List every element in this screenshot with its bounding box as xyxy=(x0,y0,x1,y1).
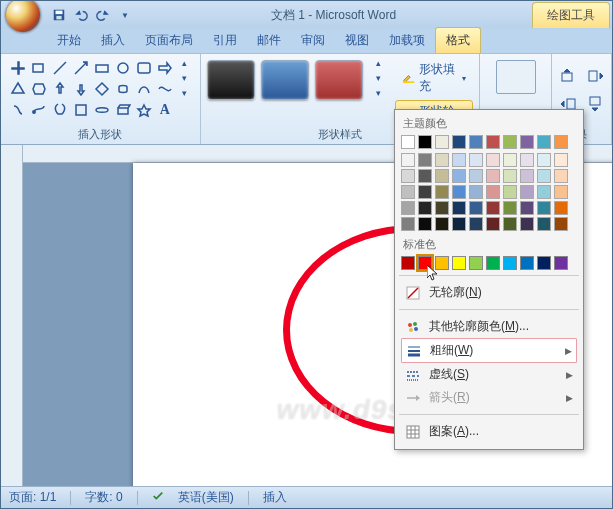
color-swatch[interactable] xyxy=(537,153,551,167)
color-swatch[interactable] xyxy=(435,217,449,231)
color-swatch[interactable] xyxy=(418,217,432,231)
shape-fill-button[interactable]: 形状填充▾ xyxy=(395,58,473,98)
color-swatch[interactable] xyxy=(469,201,483,215)
color-swatch[interactable] xyxy=(554,135,568,149)
color-swatch[interactable] xyxy=(503,217,517,231)
color-swatch[interactable] xyxy=(469,256,483,270)
color-swatch[interactable] xyxy=(469,169,483,183)
tab-format[interactable]: 格式 xyxy=(435,27,481,53)
spellcheck-icon[interactable] xyxy=(152,490,164,505)
tab-home[interactable]: 开始 xyxy=(47,28,91,53)
color-swatch[interactable] xyxy=(435,153,449,167)
status-language[interactable]: 英语(美国) xyxy=(178,489,234,506)
weight-item[interactable]: 粗细(W)▶ xyxy=(401,338,577,363)
color-swatch[interactable] xyxy=(401,135,415,149)
color-swatch[interactable] xyxy=(469,153,483,167)
status-words[interactable]: 字数: 0 xyxy=(85,489,122,506)
status-mode[interactable]: 插入 xyxy=(263,489,287,506)
color-swatch[interactable] xyxy=(401,217,415,231)
color-swatch[interactable] xyxy=(435,201,449,215)
tab-addins[interactable]: 加载项 xyxy=(379,28,435,53)
nudge-up-icon[interactable] xyxy=(556,64,580,88)
color-swatch[interactable] xyxy=(435,185,449,199)
color-swatch[interactable] xyxy=(537,256,551,270)
shadow-gallery[interactable] xyxy=(496,60,536,94)
color-swatch[interactable] xyxy=(554,185,568,199)
color-swatch[interactable] xyxy=(452,201,466,215)
color-swatch[interactable] xyxy=(537,201,551,215)
color-swatch[interactable] xyxy=(418,135,432,149)
tab-review[interactable]: 审阅 xyxy=(291,28,335,53)
color-swatch[interactable] xyxy=(520,185,534,199)
color-swatch[interactable] xyxy=(554,217,568,231)
color-swatch[interactable] xyxy=(503,153,517,167)
color-swatch[interactable] xyxy=(418,153,432,167)
style-swatch-red[interactable] xyxy=(315,60,363,100)
color-swatch[interactable] xyxy=(452,169,466,183)
save-icon[interactable] xyxy=(49,5,69,25)
color-swatch[interactable] xyxy=(452,135,466,149)
color-swatch[interactable] xyxy=(486,169,500,183)
vertical-ruler[interactable] xyxy=(1,145,23,486)
status-page[interactable]: 页面: 1/1 xyxy=(9,489,56,506)
gallery-scroll[interactable]: ▴▾▾ xyxy=(177,58,193,120)
tab-references[interactable]: 引用 xyxy=(203,28,247,53)
color-swatch[interactable] xyxy=(418,201,432,215)
color-swatch[interactable] xyxy=(520,217,534,231)
style-gallery[interactable]: ▴▾▾ xyxy=(207,58,387,102)
color-swatch[interactable] xyxy=(554,153,568,167)
color-swatch[interactable] xyxy=(401,153,415,167)
color-swatch[interactable] xyxy=(401,185,415,199)
color-swatch[interactable] xyxy=(452,256,466,270)
pattern-item[interactable]: 图案(A)... xyxy=(401,420,577,443)
tab-insert[interactable]: 插入 xyxy=(91,28,135,53)
color-swatch[interactable] xyxy=(486,201,500,215)
color-swatch[interactable] xyxy=(503,256,517,270)
color-swatch[interactable] xyxy=(401,256,415,270)
color-swatch[interactable] xyxy=(503,201,517,215)
no-outline-item[interactable]: 无轮廓(N) xyxy=(401,281,577,304)
tab-view[interactable]: 视图 xyxy=(335,28,379,53)
color-swatch[interactable] xyxy=(537,217,551,231)
color-swatch[interactable] xyxy=(520,201,534,215)
color-swatch[interactable] xyxy=(486,153,500,167)
redo-icon[interactable] xyxy=(93,5,113,25)
nudge-down-icon[interactable] xyxy=(584,92,608,116)
tab-layout[interactable]: 页面布局 xyxy=(135,28,203,53)
color-swatch[interactable] xyxy=(452,153,466,167)
color-swatch[interactable] xyxy=(418,169,432,183)
color-swatch[interactable] xyxy=(486,256,500,270)
color-swatch[interactable] xyxy=(486,217,500,231)
qat-dropdown-icon[interactable]: ▼ xyxy=(115,5,135,25)
color-swatch[interactable] xyxy=(435,256,449,270)
color-swatch[interactable] xyxy=(537,185,551,199)
color-swatch[interactable] xyxy=(486,135,500,149)
color-swatch[interactable] xyxy=(418,185,432,199)
color-swatch[interactable] xyxy=(401,201,415,215)
color-swatch[interactable] xyxy=(469,217,483,231)
more-colors-item[interactable]: 其他轮廓颜色(M)... xyxy=(401,315,577,338)
tab-mailings[interactable]: 邮件 xyxy=(247,28,291,53)
color-swatch[interactable] xyxy=(452,217,466,231)
color-swatch[interactable] xyxy=(520,135,534,149)
color-swatch[interactable] xyxy=(503,185,517,199)
color-swatch[interactable] xyxy=(469,135,483,149)
undo-icon[interactable] xyxy=(71,5,91,25)
color-swatch[interactable] xyxy=(469,185,483,199)
style-swatch-blue[interactable] xyxy=(261,60,309,100)
color-swatch[interactable] xyxy=(435,169,449,183)
style-swatch-black[interactable] xyxy=(207,60,255,100)
nudge-right-icon[interactable] xyxy=(584,64,608,88)
color-swatch[interactable] xyxy=(401,169,415,183)
color-swatch[interactable] xyxy=(503,169,517,183)
color-swatch[interactable] xyxy=(554,201,568,215)
context-tab-label[interactable]: 绘图工具 xyxy=(532,2,610,28)
color-swatch[interactable] xyxy=(520,153,534,167)
color-swatch[interactable] xyxy=(486,185,500,199)
color-swatch[interactable] xyxy=(537,169,551,183)
color-swatch[interactable] xyxy=(452,185,466,199)
color-swatch[interactable] xyxy=(520,169,534,183)
color-swatch[interactable] xyxy=(554,169,568,183)
color-swatch[interactable] xyxy=(503,135,517,149)
shapes-gallery[interactable]: A xyxy=(8,58,175,120)
